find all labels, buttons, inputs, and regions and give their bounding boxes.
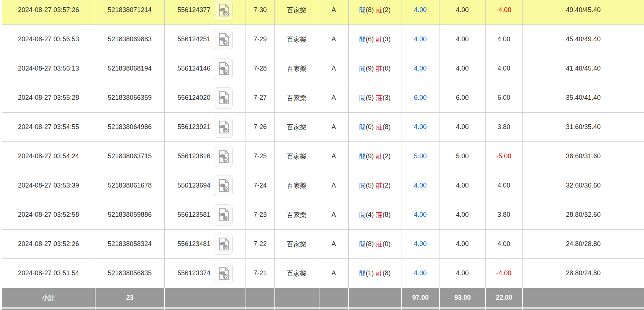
- play-video-button[interactable]: [214, 234, 233, 255]
- play-video-button[interactable]: [214, 117, 233, 138]
- round-id-text: 556124377: [177, 6, 210, 14]
- subtotal-empty-cell: [274, 288, 319, 307]
- valid-bet-amount: 4.00: [401, 0, 439, 24]
- play-video-button[interactable]: [214, 29, 233, 50]
- round-number: 7-27: [246, 83, 274, 112]
- video-file-icon: [218, 3, 229, 17]
- bet-amount: 6.00: [439, 83, 485, 112]
- round-id-text: 556123816: [177, 152, 210, 160]
- play-video-button[interactable]: [214, 0, 233, 21]
- play-video-button[interactable]: [214, 87, 233, 109]
- round-id-text: 556124146: [177, 65, 210, 72]
- round-id: 556124020: [164, 83, 246, 112]
- play-video-button[interactable]: [214, 263, 233, 284]
- banker-score: (2): [383, 182, 391, 189]
- bet-time: 2024-08-27 03:56:13: [2, 54, 95, 83]
- bet-record-rows: 2024-08-27 03:57:26521838071214556124377…: [2, 0, 644, 288]
- bet-time: 2024-08-27 03:51:54: [2, 259, 95, 288]
- bet-id: 521838058324: [95, 230, 164, 258]
- subtotal-empty-cell: [522, 288, 644, 307]
- valid-bet-amount: 4.00: [401, 230, 439, 258]
- subtotal-valid-bet: 97.00: [401, 288, 439, 307]
- round-number: 7-21: [246, 259, 274, 288]
- round-id: 556124146: [164, 54, 246, 83]
- round-id: 556124251: [164, 25, 246, 54]
- player-score: (8): [366, 240, 374, 248]
- next-summary-row-partial: [2, 309, 644, 310]
- balance-after: 28.80/32.60: [522, 200, 644, 229]
- subtotal-bet-amount: 93.00: [439, 288, 485, 307]
- banker-score: (0): [383, 65, 391, 72]
- partial-cell: [485, 309, 522, 310]
- bet-record-row: 2024-08-27 03:54:24521838063715556123816…: [2, 142, 644, 171]
- table-id: A: [319, 259, 348, 288]
- win-loss-amount: 3.80: [485, 113, 522, 141]
- round-id-text: 556124020: [177, 94, 210, 102]
- player-label: 閒: [359, 240, 366, 249]
- partial-cell: [348, 309, 401, 310]
- round-id: 556123374: [164, 259, 246, 288]
- player-label: 閒: [359, 269, 366, 278]
- round-id-text: 556123694: [177, 182, 210, 189]
- game-name: 百家樂: [274, 113, 319, 141]
- player-score: (8): [366, 6, 374, 14]
- bet-time: 2024-08-27 03:56:53: [2, 25, 95, 54]
- partial-cell: [246, 309, 274, 310]
- play-video-button[interactable]: [214, 175, 233, 196]
- round-id: 556123921: [164, 113, 246, 141]
- bet-id: 521838066359: [95, 83, 164, 112]
- banker-score: (8): [383, 123, 391, 131]
- bet-amount: 4.00: [439, 0, 485, 24]
- partial-cell: [319, 309, 348, 310]
- table-id: A: [319, 113, 348, 141]
- video-file-icon: [218, 33, 229, 46]
- win-loss-amount: 6.00: [485, 83, 522, 112]
- bet-id: 521838071214: [95, 0, 164, 24]
- subtotal-row: 小計 23 97.00 93.00 22.00: [2, 288, 644, 309]
- banker-score: (2): [383, 6, 391, 14]
- play-video-button[interactable]: [214, 204, 233, 226]
- player-score: (1): [366, 269, 374, 277]
- play-video-button[interactable]: [214, 58, 233, 79]
- bet-amount: 4.00: [439, 171, 485, 200]
- subtotal-count: 23: [95, 288, 164, 307]
- bet-time: 2024-08-27 03:55:28: [2, 83, 95, 112]
- game-result: 閒(9)莊(2): [348, 142, 401, 171]
- valid-bet-amount: 4.00: [401, 200, 439, 229]
- win-loss-amount: -5.00: [485, 142, 522, 171]
- player-score: (9): [366, 65, 374, 72]
- bet-id: 521838063715: [95, 142, 164, 171]
- partial-cell: [401, 309, 439, 310]
- game-name: 百家樂: [274, 0, 319, 24]
- round-id-text: 556123481: [177, 240, 210, 248]
- player-label: 閒: [359, 181, 366, 190]
- player-label: 閒: [359, 64, 366, 73]
- valid-bet-amount: 4.00: [401, 259, 439, 288]
- banker-score: (2): [383, 152, 391, 160]
- bet-id: 521838061678: [95, 171, 164, 200]
- partial-cell: [164, 309, 246, 310]
- bet-time: 2024-08-27 03:52:58: [2, 200, 95, 229]
- game-name: 百家樂: [274, 171, 319, 200]
- video-file-icon: [218, 179, 229, 192]
- banker-label: 莊: [376, 240, 383, 249]
- game-result: 閒(5)莊(3): [348, 83, 401, 112]
- game-name: 百家樂: [274, 142, 319, 171]
- bet-record-row: 2024-08-27 03:57:26521838071214556124377…: [2, 0, 644, 25]
- balance-after: 35.40/41.40: [522, 83, 644, 112]
- player-score: (5): [366, 182, 374, 189]
- table-id: A: [319, 230, 348, 258]
- play-video-button[interactable]: [214, 146, 233, 167]
- game-name: 百家樂: [274, 25, 319, 54]
- bet-amount: 4.00: [439, 54, 485, 83]
- partial-cell: [2, 309, 95, 310]
- partial-cell: [522, 309, 644, 310]
- player-score: (5): [366, 94, 374, 102]
- banker-score: (8): [383, 269, 391, 277]
- bet-id: 521838068194: [95, 54, 164, 83]
- banker-score: (8): [383, 211, 391, 219]
- table-id: A: [319, 171, 348, 200]
- game-result: 閒(9)莊(0): [348, 54, 401, 83]
- game-name: 百家樂: [274, 259, 319, 288]
- round-number: 7-23: [246, 200, 274, 229]
